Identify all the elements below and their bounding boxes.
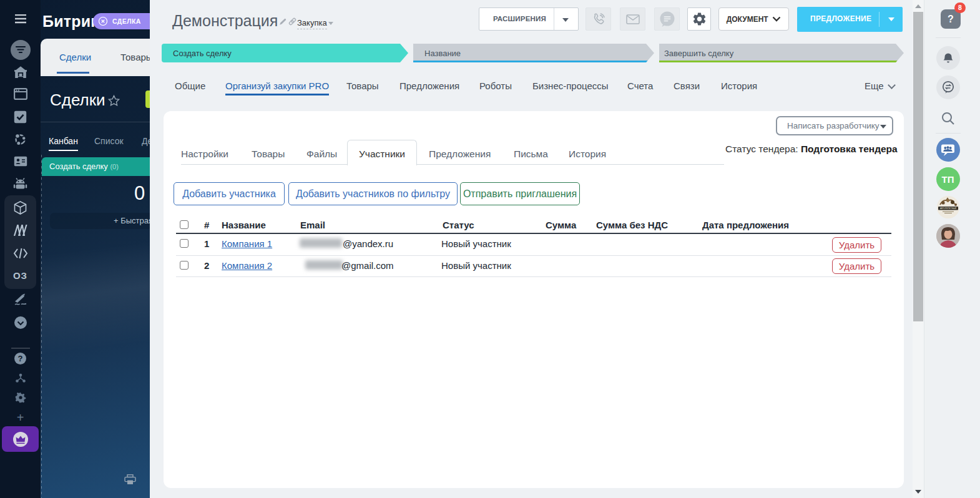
svg-text:?: ? [18,354,23,363]
svg-text:АВТОРИТЕТНЫЙ: АВТОРИТЕТНЫЙ [939,207,956,210]
